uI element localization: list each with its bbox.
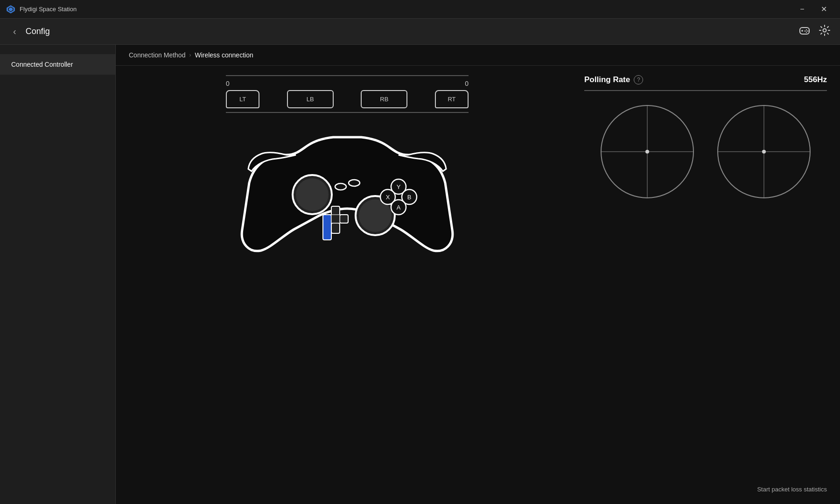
svg-point-12 xyxy=(296,178,329,211)
left-joystick-circle xyxy=(601,105,694,198)
app-title: Flydigi Space Station xyxy=(20,6,77,13)
controller-svg-area: Y X B A xyxy=(240,118,455,264)
svg-text:A: A xyxy=(397,204,401,211)
lt-button[interactable]: LT xyxy=(226,90,259,108)
header-icons xyxy=(798,24,831,40)
svg-text:B: B xyxy=(407,194,412,201)
right-panel: Polling Rate ? 556Hz xyxy=(584,75,827,495)
rt-button-container: RT xyxy=(435,90,469,108)
svg-rect-16 xyxy=(331,223,340,233)
controller-icon[interactable] xyxy=(798,24,811,40)
polling-rate-section: Polling Rate ? 556Hz xyxy=(584,75,827,91)
title-bar: Flydigi Space Station − ✕ xyxy=(0,0,840,19)
svg-rect-13 xyxy=(323,215,331,240)
trigger-buttons: LT LB RB RT xyxy=(226,90,469,108)
svg-text:X: X xyxy=(386,194,390,201)
right-trigger-value: 0 xyxy=(465,80,469,87)
svg-point-20 xyxy=(335,183,346,190)
packet-loss-button[interactable]: Start packet loss statistics xyxy=(757,486,827,493)
svg-point-9 xyxy=(805,30,805,31)
joystick-area xyxy=(584,105,827,198)
page-title: Config xyxy=(26,27,50,36)
controller-illustration: Y X B A xyxy=(240,118,455,262)
lb-button[interactable]: LB xyxy=(287,90,334,108)
lb-button-container: LB xyxy=(287,90,334,108)
breadcrumb-separator: › xyxy=(189,52,191,58)
rt-button[interactable]: RT xyxy=(435,90,469,108)
polling-rate-label: Polling Rate xyxy=(584,75,630,84)
content-body: 0 0 LT LB RB RT xyxy=(116,66,840,504)
svg-point-10 xyxy=(823,28,826,32)
svg-text:Y: Y xyxy=(397,183,401,190)
minimize-button[interactable]: − xyxy=(791,0,813,19)
trigger-section: 0 0 LT LB RB RT xyxy=(226,75,469,113)
header: ‹ Config xyxy=(0,19,840,45)
breadcrumb-parent: Connection Method xyxy=(129,51,185,59)
title-bar-controls: − ✕ xyxy=(791,0,834,19)
sidebar-item-connected-controller[interactable]: Connected Controller xyxy=(0,54,115,75)
back-button[interactable]: ‹ xyxy=(9,24,20,39)
breadcrumb: Connection Method › Wireless connection xyxy=(116,45,840,66)
polling-rate-label-area: Polling Rate ? xyxy=(584,75,643,84)
trigger-top-line xyxy=(226,75,469,76)
rb-button-container: RB xyxy=(361,90,407,108)
polling-rate-value: 556Hz xyxy=(804,75,827,84)
main-layout: Connected Controller Connection Method ›… xyxy=(0,45,840,504)
sidebar: Connected Controller xyxy=(0,45,116,504)
lt-button-container: LT xyxy=(226,90,259,108)
trigger-values: 0 0 xyxy=(226,80,469,87)
svg-point-7 xyxy=(807,30,808,31)
right-joystick-dot xyxy=(762,150,766,154)
right-joystick-circle xyxy=(717,105,811,198)
svg-rect-15 xyxy=(340,215,348,223)
svg-point-21 xyxy=(349,180,360,186)
left-trigger-value: 0 xyxy=(226,80,230,87)
app-logo xyxy=(6,4,16,14)
title-bar-left: Flydigi Space Station xyxy=(6,4,77,14)
trigger-bottom-line xyxy=(226,112,469,113)
svg-point-8 xyxy=(806,31,807,32)
close-button[interactable]: ✕ xyxy=(813,0,834,19)
svg-point-6 xyxy=(806,29,807,30)
left-joystick-dot xyxy=(645,150,649,154)
svg-rect-17 xyxy=(331,215,340,223)
content: Connection Method › Wireless connection … xyxy=(116,45,840,504)
breadcrumb-current: Wireless connection xyxy=(195,51,253,59)
polling-rate-help-icon[interactable]: ? xyxy=(634,75,643,84)
controller-panel: 0 0 LT LB RB RT xyxy=(129,75,566,495)
settings-icon[interactable] xyxy=(819,24,831,39)
rb-button[interactable]: RB xyxy=(361,90,407,108)
header-left: ‹ Config xyxy=(9,24,50,39)
